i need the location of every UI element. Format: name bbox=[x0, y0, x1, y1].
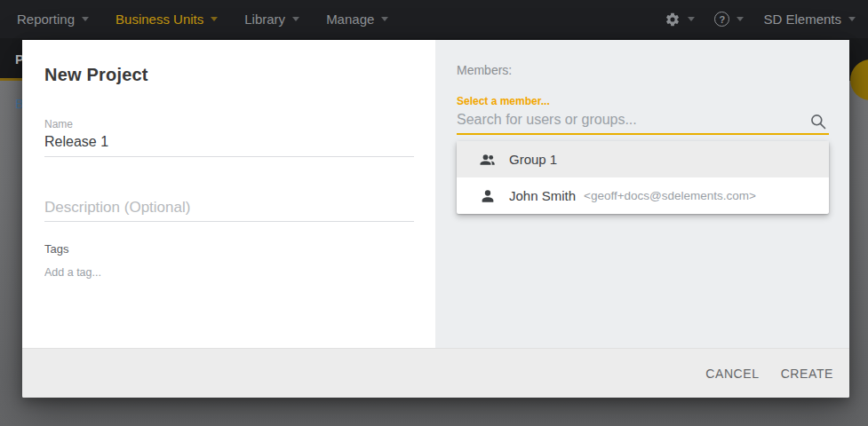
dialog-footer: CANCEL CREATE bbox=[22, 348, 849, 398]
project-name-input[interactable] bbox=[44, 133, 414, 157]
select-member-label: Select a member... bbox=[457, 95, 829, 107]
screen: P B Reporting Business Units Library Man… bbox=[0, 0, 868, 426]
nav-item-label: Manage bbox=[326, 12, 374, 27]
chevron-down-icon bbox=[292, 17, 299, 21]
help-icon: ? bbox=[714, 12, 729, 27]
create-button[interactable]: CREATE bbox=[770, 358, 844, 390]
dialog-title: New Project bbox=[44, 64, 414, 85]
chevron-down-icon bbox=[211, 17, 218, 21]
nav-item-business-units[interactable]: Business Units bbox=[115, 12, 218, 27]
member-result-group[interactable]: Group 1 bbox=[457, 141, 829, 178]
nav-item-label: Reporting bbox=[17, 12, 75, 27]
chevron-down-icon bbox=[688, 17, 695, 21]
tags-label: Tags bbox=[44, 243, 414, 256]
project-details-pane: New Project Name Tags bbox=[22, 40, 435, 348]
cancel-button[interactable]: CANCEL bbox=[695, 358, 769, 390]
help-menu[interactable]: ? bbox=[714, 12, 744, 27]
top-nav-menus: Reporting Business Units Library Manage bbox=[0, 12, 415, 27]
chevron-down-icon bbox=[737, 17, 744, 21]
add-tag-input[interactable] bbox=[44, 266, 414, 279]
member-search-input[interactable] bbox=[457, 109, 829, 135]
nav-item-manage[interactable]: Manage bbox=[326, 12, 388, 27]
result-name: Group 1 bbox=[509, 152, 557, 167]
chevron-down-icon bbox=[381, 17, 388, 21]
group-icon bbox=[479, 151, 497, 169]
person-icon bbox=[479, 187, 497, 205]
project-description-input[interactable] bbox=[44, 198, 414, 222]
account-menu-label: SD Elements bbox=[763, 12, 841, 27]
member-result-user[interactable]: John Smith <geoff+docs@sdelements.com> bbox=[457, 178, 829, 214]
chevron-down-icon bbox=[82, 17, 89, 21]
nav-item-label: Library bbox=[244, 12, 285, 27]
nav-item-reporting[interactable]: Reporting bbox=[17, 12, 89, 27]
top-nav-right: ? SD Elements bbox=[645, 12, 868, 28]
gear-icon bbox=[665, 12, 681, 28]
project-name-label: Name bbox=[44, 119, 414, 130]
new-project-dialog: New Project Name Tags Members: Select a … bbox=[22, 40, 849, 398]
chevron-down-icon bbox=[848, 17, 856, 21]
member-search-field bbox=[457, 109, 829, 135]
member-results-dropdown: Group 1 John Smith <geoff+docs@sdelement… bbox=[457, 141, 829, 214]
nav-item-library[interactable]: Library bbox=[244, 12, 299, 27]
top-nav: Reporting Business Units Library Manage bbox=[0, 0, 868, 38]
members-pane: Members: Select a member... G bbox=[435, 40, 849, 348]
nav-item-label: Business Units bbox=[115, 12, 203, 27]
account-menu[interactable]: SD Elements bbox=[763, 12, 856, 27]
settings-menu[interactable] bbox=[665, 12, 695, 28]
result-email: <geoff+docs@sdelements.com> bbox=[584, 189, 756, 202]
result-name: John Smith bbox=[509, 188, 576, 203]
members-label: Members: bbox=[457, 63, 829, 77]
search-icon bbox=[809, 113, 827, 130]
